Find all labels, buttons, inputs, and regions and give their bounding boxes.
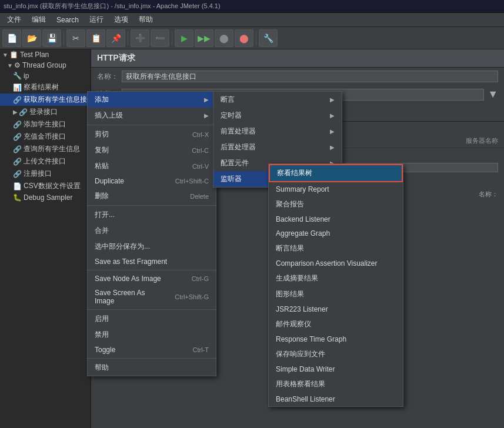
- listener-simple-data[interactable]: Simple Data Writer: [269, 362, 403, 376]
- listener-mail[interactable]: 邮件观察仪: [269, 316, 403, 332]
- csv-icon: 📄: [13, 182, 22, 190]
- toolbar-cut[interactable]: ✂: [66, 29, 85, 47]
- ctx-save-node-image[interactable]: Save Node As Image Ctrl-G: [88, 272, 216, 286]
- listener-mail-label: 邮件观察仪: [276, 319, 396, 329]
- listener-graph-results[interactable]: 图形结果: [269, 286, 403, 302]
- tree-item-result-tree[interactable]: 📊 察看结果树: [0, 81, 91, 93]
- ctx-paste[interactable]: 粘贴 Ctrl-V: [88, 158, 216, 174]
- ctx-toggle[interactable]: Toggle Ctrl-T: [88, 343, 216, 357]
- tree-item-register[interactable]: 🔗 注册接口: [0, 168, 91, 180]
- listener-assertion-result[interactable]: 断言结果: [269, 240, 403, 256]
- tree-item-recharge[interactable]: 🔗 充值金币接口: [0, 131, 91, 143]
- listener-simple-data-label: Simple Data Writer: [276, 365, 396, 373]
- tree-arrow: ▶: [13, 109, 18, 115]
- ctx-merge[interactable]: 合并: [88, 223, 216, 239]
- ctx-duplicate-label: Duplicate: [95, 177, 163, 185]
- ctx-disable-label: 禁用: [95, 330, 209, 340]
- name-input[interactable]: [122, 71, 498, 82]
- ctx-sep1: [88, 125, 216, 125]
- toolbar-new[interactable]: 📄: [2, 29, 21, 47]
- add-post-label: 后置处理器: [221, 142, 330, 152]
- toolbar-stop-all[interactable]: ⬤: [235, 29, 253, 47]
- ctx-enable[interactable]: 启用: [88, 311, 216, 327]
- tree-item-add-student[interactable]: 🔗 添加学生接口: [0, 118, 91, 131]
- tree-item-upload[interactable]: 🔗 上传文件接口: [0, 155, 91, 168]
- tree-item-ip[interactable]: 🔧 ip: [0, 71, 91, 81]
- ctx-cut[interactable]: 剪切 Ctrl-X: [88, 126, 216, 142]
- menu-run[interactable]: 运行: [85, 14, 108, 26]
- toolbar-clear[interactable]: 🔧: [259, 29, 278, 47]
- menu-file[interactable]: 文件: [2, 14, 26, 26]
- menu-edit[interactable]: 编辑: [27, 14, 51, 26]
- ctx-insert-parent-arrow: ▶: [204, 112, 209, 119]
- result-tree-icon: 📊: [13, 83, 22, 92]
- toolbar-paste[interactable]: 📌: [106, 29, 125, 47]
- listener-backend[interactable]: Backend Listener: [269, 212, 403, 226]
- submenu-add-timer[interactable]: 定时器 ▶: [213, 108, 342, 123]
- toolbar-add[interactable]: ➕: [131, 29, 149, 47]
- submenu-add-post[interactable]: 后置处理器 ▶: [213, 139, 342, 155]
- menu-options[interactable]: 选项: [109, 14, 133, 26]
- listener-summary-results[interactable]: 生成摘要结果: [269, 270, 403, 286]
- tree-item-debug[interactable]: 🐛 Debug Sampler: [0, 192, 91, 203]
- ctx-save-fragment[interactable]: Save as Test Fragment: [88, 255, 216, 269]
- tree-label: 获取所有学生信息接口: [24, 95, 91, 105]
- ctx-toggle-label: Toggle: [95, 346, 181, 354]
- menu-search[interactable]: Search: [52, 15, 84, 25]
- menu-help[interactable]: 帮助: [134, 14, 158, 26]
- toolbar-copy[interactable]: 📋: [86, 29, 105, 47]
- toolbar-remove[interactable]: ➖: [151, 29, 169, 47]
- toolbar-run-all[interactable]: ▶▶: [195, 29, 213, 47]
- tree-item-query[interactable]: 🔗 查询所有学生信息: [0, 143, 91, 155]
- ctx-disable[interactable]: 禁用: [88, 327, 216, 343]
- tree-item-login-api[interactable]: ▶ 🔗 登录接口: [0, 106, 91, 118]
- test-plan-icon: 📋: [9, 51, 18, 59]
- ctx-open[interactable]: 打开...: [88, 207, 216, 223]
- tree-label: 登录接口: [29, 107, 58, 117]
- ctx-save-selection[interactable]: 选中部分保存为...: [88, 239, 216, 255]
- listener-jsr223[interactable]: JSR223 Listener: [269, 302, 403, 316]
- ctx-duplicate[interactable]: Duplicate Ctrl+Shift-C: [88, 174, 216, 188]
- ctx-delete[interactable]: 删除 Delete: [88, 188, 216, 204]
- listener-response-time[interactable]: Response Time Graph: [269, 332, 403, 346]
- ctx-cut-label: 剪切: [95, 129, 181, 139]
- main-context-menu[interactable]: 添加 ▶ 插入上级 ▶ 剪切 Ctrl-X 复制 Ctrl-C 粘贴 Ctrl-…: [87, 91, 216, 376]
- submenu-add-pre[interactable]: 前置处理器 ▶: [213, 123, 342, 139]
- toolbar-save[interactable]: 💾: [42, 29, 61, 47]
- ctx-save-screen-image[interactable]: Save Screen As Image Ctrl+Shift-G: [88, 286, 216, 308]
- tree-item-fetch-api[interactable]: 🔗 获取所有学生信息接口: [0, 93, 91, 106]
- toolbar: 📄 📂 💾 ✂ 📋 📌 ➕ ➖ ▶ ▶▶ ⬤ ⬤ 🔧: [0, 27, 504, 49]
- listener-jsr223-label: JSR223 Listener: [276, 305, 396, 313]
- listener-aggregate-report[interactable]: 聚合报告: [269, 196, 403, 212]
- listener-summary-report[interactable]: Summary Report: [269, 182, 403, 196]
- toolbar-sep2: [128, 31, 128, 45]
- register-icon: 🔗: [13, 170, 22, 178]
- listener-aggregate-graph[interactable]: Aggregate Graph: [269, 226, 403, 240]
- ctx-help[interactable]: 帮助: [88, 360, 216, 376]
- ctx-sep3: [88, 270, 216, 270]
- tree-item-csv[interactable]: 📄 CSV数据文件设置: [0, 180, 91, 192]
- listener-comparison[interactable]: Comparison Assertion Visualizer: [269, 256, 403, 270]
- ctx-help-label: 帮助: [95, 363, 209, 373]
- listener-save-response[interactable]: 保存响应到文件: [269, 346, 403, 362]
- ctx-add[interactable]: 添加 ▶: [88, 92, 216, 108]
- submenu-listeners[interactable]: 察看结果树 Summary Report 聚合报告 Backend Listen…: [268, 163, 403, 407]
- recharge-icon: 🔗: [13, 133, 22, 141]
- tree-item-thread-group[interactable]: ▼ ⚙ Thread Group: [0, 60, 91, 71]
- toolbar-run[interactable]: ▶: [175, 29, 193, 47]
- expand-icon[interactable]: ▼: [488, 88, 498, 101]
- ctx-copy[interactable]: 复制 Ctrl-C: [88, 142, 216, 158]
- thread-group-icon: ⚙: [14, 61, 21, 69]
- listener-result-tree[interactable]: 察看结果树: [269, 164, 403, 182]
- toolbar-open[interactable]: 📂: [22, 29, 41, 47]
- listener-table-results[interactable]: 用表格察看结果: [269, 376, 403, 392]
- title-bar: stu_info.jmx (获取所有学生信息接口) - /stu_info.jm…: [0, 0, 504, 13]
- toolbar-stop[interactable]: ⬤: [215, 29, 233, 47]
- ctx-insert-parent[interactable]: 插入上级 ▶: [88, 108, 216, 123]
- submenu-add-assertion[interactable]: 断言 ▶: [213, 92, 342, 108]
- add-timer-label: 定时器: [221, 111, 330, 121]
- tree-item-test-plan[interactable]: ▼ 📋 Test Plan: [0, 49, 91, 60]
- title-text: stu_info.jmx (获取所有学生信息接口) - /stu_info.jm…: [4, 2, 221, 11]
- panel-title: HTTP请求: [91, 49, 504, 68]
- listener-beanshell[interactable]: BeanShell Listener: [269, 392, 403, 406]
